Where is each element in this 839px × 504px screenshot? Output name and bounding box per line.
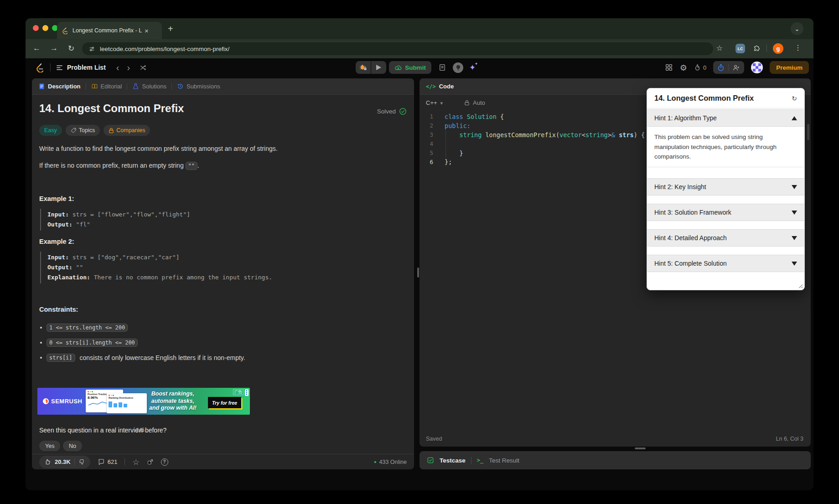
user-avatar[interactable] (751, 62, 763, 73)
thumbs-down-icon[interactable] (78, 458, 85, 465)
cloud-upload-icon (394, 64, 402, 71)
notes-icon[interactable] (438, 63, 446, 72)
screenshot-stage: Longest Common Prefix - Lee × + ⌄ ← → ↻ … (0, 0, 839, 504)
random-problem-icon[interactable] (139, 64, 147, 72)
tab-test-result[interactable]: Test Result (489, 457, 519, 464)
daily-streak[interactable]: 0 (694, 64, 706, 72)
hint-label: Hint 4: Detailed Approach (654, 234, 792, 242)
ai-sparkle-icon[interactable]: ✦✦ (469, 63, 476, 72)
close-tab-icon[interactable]: × (145, 27, 149, 35)
problem-list-label[interactable]: Problem List (67, 64, 106, 71)
submit-button[interactable]: Submit (389, 61, 431, 74)
code-line[interactable]: 6 }; (423, 157, 645, 166)
tab-editorial[interactable]: Editorial (91, 83, 122, 90)
favorite-star-icon[interactable]: ☆ (132, 458, 139, 467)
ad-options-icon[interactable] (245, 389, 249, 396)
problem-list-icon[interactable] (56, 64, 63, 72)
comment-count: 621 (108, 458, 118, 465)
code-line[interactable]: 3 string longestCommonPrefix(vector<stri… (423, 130, 645, 139)
comments-button[interactable]: 621 (98, 458, 118, 466)
solved-label: Solved (377, 108, 396, 115)
lock-icon (109, 128, 114, 134)
extensions-puzzle-icon[interactable] (752, 44, 761, 52)
language-selector[interactable]: C++ (426, 99, 437, 106)
code-editor[interactable]: 1 class Solution { 2 public: 3 string lo… (423, 112, 645, 166)
prev-problem-icon[interactable]: ‹ (116, 63, 119, 72)
lightbulb-button[interactable] (453, 62, 463, 73)
ad-label: 广告 (233, 389, 243, 395)
panel-resize-handle-horizontal[interactable] (635, 447, 646, 449)
refresh-icon[interactable]: ↻ (792, 95, 797, 102)
code-line[interactable]: 5 } (423, 149, 645, 158)
invite-person-icon[interactable] (732, 64, 740, 72)
hint-label: Hint 2: Key Insight (654, 183, 792, 190)
hint-section-expanded[interactable]: Hint 1: Algorithm Type (647, 109, 804, 127)
problem-paragraph-2: If there is no common prefix, return an … (39, 162, 199, 169)
difficulty-badge[interactable]: Easy (39, 125, 62, 136)
hint-section-collapsed[interactable]: Hint 5: Complete Solution (647, 255, 804, 272)
premium-button[interactable]: Premium (770, 61, 809, 74)
hint-section-collapsed[interactable]: Hint 3: Solution Framework (647, 204, 804, 221)
hint-section-collapsed[interactable]: Hint 2: Key Insight (647, 178, 804, 195)
code-line[interactable]: 4 (423, 139, 645, 149)
back-icon[interactable]: ← (33, 44, 41, 53)
share-icon[interactable] (147, 458, 154, 465)
survey-progress: 1/5 (136, 427, 145, 433)
topics-badge[interactable]: Topics (66, 125, 100, 136)
chevron-down-icon (792, 185, 797, 189)
forward-icon[interactable]: → (50, 44, 58, 53)
tag-icon (71, 128, 77, 134)
debug-button[interactable] (356, 61, 371, 74)
panel-resize-handle-vertical[interactable] (417, 267, 419, 278)
semrush-icon (43, 398, 49, 404)
saved-status: Saved (426, 436, 442, 442)
site-settings-icon[interactable] (88, 46, 95, 52)
tab-solutions[interactable]: Solutions (132, 83, 166, 90)
hint-section-collapsed[interactable]: Hint 4: Detailed Approach (647, 229, 804, 247)
minimize-window-button[interactable] (42, 25, 48, 31)
companies-badge[interactable]: Companies (104, 125, 150, 136)
constraint-chip: strs[i] (47, 354, 75, 362)
browser-menu-kebab-icon[interactable]: ⋮ (794, 43, 802, 52)
close-window-button[interactable] (33, 25, 39, 31)
constraint-text: consists of only lowercase English lette… (80, 354, 245, 361)
play-icon (376, 65, 381, 70)
editorial-icon (91, 83, 98, 90)
ad-banner[interactable]: SEMRUSH Position Tracking 8.96% Ranking … (37, 388, 250, 415)
editor-scrollbar-thumb[interactable] (807, 124, 809, 140)
tab-testcase[interactable]: Testcase (440, 457, 466, 464)
tab-description[interactable]: Description (38, 83, 81, 90)
ad-cta-button[interactable]: Try for free (208, 397, 241, 408)
auto-label[interactable]: Auto (473, 99, 485, 106)
example2-heading: Example 2: (39, 238, 74, 245)
constraints-heading: Constraints: (39, 306, 78, 313)
new-tab-button[interactable]: + (168, 24, 173, 34)
resize-corner-handle[interactable] (798, 283, 803, 288)
run-button[interactable] (371, 61, 386, 74)
stopwatch-icon[interactable] (717, 64, 725, 72)
tab-search-chevron-icon[interactable]: ⌄ (791, 22, 803, 35)
thumbs-up-icon[interactable] (44, 458, 51, 465)
help-icon[interactable]: ? (161, 458, 168, 466)
reload-icon[interactable]: ↻ (68, 44, 74, 53)
code-line[interactable]: 2 public: (423, 121, 645, 130)
bookmark-star-icon[interactable]: ☆ (716, 44, 723, 52)
tab-code[interactable]: </> Code (426, 83, 454, 90)
next-problem-icon[interactable]: › (127, 63, 130, 72)
profile-avatar[interactable]: g (773, 43, 783, 54)
leetcode-extension-icon[interactable]: LC (735, 44, 745, 53)
tab-submissions[interactable]: Submissions (177, 83, 220, 90)
macos-window-controls (33, 25, 58, 31)
layout-grid-icon[interactable] (665, 63, 673, 72)
line-number: 2 (423, 122, 433, 129)
survey-yes-button[interactable]: Yes (39, 441, 60, 451)
leetcode-logo[interactable] (35, 62, 45, 72)
gear-icon[interactable]: ⚙ (680, 63, 687, 72)
chevron-down-icon[interactable]: ▾ (440, 100, 443, 106)
browser-tab[interactable]: Longest Common Prefix - Lee × (57, 22, 162, 39)
url-bar[interactable]: leetcode.com/problems/longest-common-pre… (82, 42, 713, 55)
check-circle-icon (399, 108, 407, 115)
code-line[interactable]: 1 class Solution { (423, 112, 645, 121)
url-text[interactable]: leetcode.com/problems/longest-common-pre… (100, 46, 229, 52)
survey-no-button[interactable]: No (63, 441, 82, 451)
